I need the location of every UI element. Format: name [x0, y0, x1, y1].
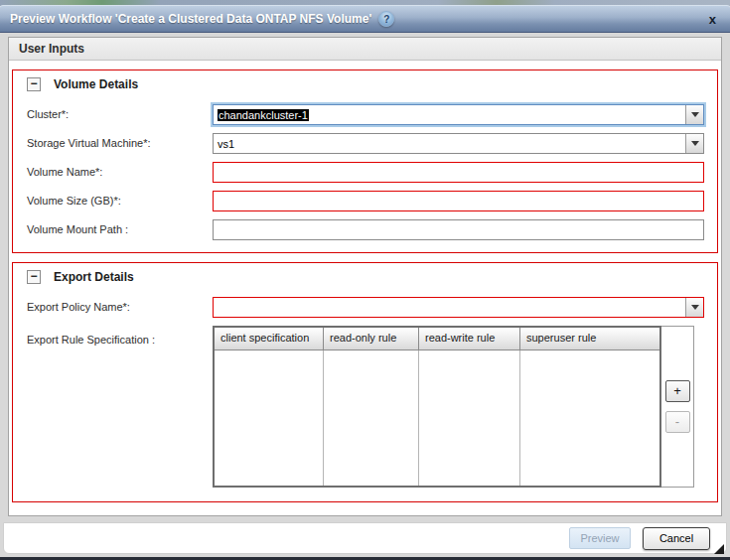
user-inputs-header: User Inputs — [9, 38, 721, 61]
user-inputs-panel: User Inputs − Volume Details Cluster*: c… — [8, 37, 722, 516]
volume-mount-path-control — [213, 219, 704, 240]
export-details-title: Export Details — [54, 270, 134, 284]
export-rule-specification-control: client specification read-only rule read… — [213, 326, 704, 488]
dialog-title: Preview Workflow 'Create a Clustered Dat… — [10, 12, 371, 26]
svm-value: vs1 — [214, 134, 685, 153]
export-policy-name-control — [213, 297, 704, 318]
field-row-volume-mount-path: Volume Mount Path : — [27, 219, 704, 240]
export-rule-table-header: client specification read-only rule read… — [215, 328, 659, 350]
section-volume-details: − Volume Details Cluster*: chandankclust… — [12, 70, 718, 253]
chevron-down-icon — [691, 112, 699, 117]
dialog-footer: Preview Cancel — [3, 522, 727, 554]
volume-mount-path-label: Volume Mount Path : — [27, 219, 213, 235]
preview-button[interactable]: Preview — [569, 527, 631, 549]
dialog-titlebar: Preview Workflow 'Create a Clustered Dat… — [0, 5, 730, 33]
export-rule-table-body — [215, 350, 659, 486]
field-row-cluster: Cluster*: chandankcluster-1 — [27, 104, 704, 125]
table-column-read-write-rule — [419, 350, 520, 486]
export-rule-table-area: client specification read-only rule read… — [213, 326, 694, 488]
table-column-client-specification — [215, 350, 324, 486]
export-rule-specification-label: Export Rule Specification : — [27, 326, 213, 346]
collapse-minus-icon[interactable]: − — [27, 77, 41, 91]
cluster-selected-text: chandankcluster-1 — [218, 109, 309, 121]
volume-size-control — [213, 191, 704, 211]
svm-label: Storage Virtual Machine*: — [27, 133, 213, 149]
field-row-export-policy-name: Export Policy Name*: — [27, 297, 704, 318]
panel-body: − Volume Details Cluster*: chandankclust… — [9, 61, 721, 502]
cluster-value: chandankcluster-1 — [214, 105, 685, 124]
cluster-label: Cluster*: — [27, 104, 213, 120]
resize-handle[interactable] — [714, 544, 724, 554]
column-header-client-specification[interactable]: client specification — [215, 328, 324, 350]
cluster-dropdown-button[interactable] — [685, 105, 703, 124]
volume-details-title-row: − Volume Details — [27, 77, 704, 91]
section-export-details: − Export Details Export Policy Name*: Ex… — [12, 262, 718, 502]
volume-name-label: Volume Name*: — [27, 162, 213, 178]
collapse-minus-icon[interactable]: − — [27, 270, 41, 284]
svm-combobox[interactable]: vs1 — [213, 133, 704, 154]
table-column-read-only-rule — [324, 350, 419, 486]
chevron-down-icon — [691, 305, 699, 310]
volume-name-input[interactable] — [213, 162, 704, 183]
preview-workflow-dialog: Preview Workflow 'Create a Clustered Dat… — [0, 0, 730, 560]
column-header-read-only-rule[interactable]: read-only rule — [324, 328, 419, 350]
volume-size-label: Volume Size (GB)*: — [27, 191, 213, 207]
remove-rule-button[interactable]: - — [665, 411, 690, 433]
add-rule-button[interactable]: + — [665, 380, 690, 402]
close-icon[interactable]: x — [705, 11, 720, 28]
field-row-svm: Storage Virtual Machine*: vs1 — [27, 133, 704, 154]
column-header-superuser-rule[interactable]: superuser rule — [520, 328, 659, 350]
export-policy-name-value — [214, 298, 685, 317]
cluster-combobox[interactable]: chandankcluster-1 — [213, 104, 704, 125]
volume-mount-path-input[interactable] — [213, 219, 704, 240]
cancel-button[interactable]: Cancel — [643, 527, 710, 550]
volume-details-title: Volume Details — [54, 77, 138, 91]
table-column-superuser-rule — [520, 350, 659, 486]
chevron-down-icon — [691, 141, 699, 146]
export-details-title-row: − Export Details — [27, 270, 704, 284]
field-row-volume-size: Volume Size (GB)*: — [27, 191, 704, 211]
field-row-volume-name: Volume Name*: — [27, 162, 704, 183]
column-header-read-write-rule[interactable]: read-write rule — [419, 328, 520, 350]
help-icon[interactable]: ? — [378, 11, 394, 27]
field-row-export-rule-specification: Export Rule Specification : client speci… — [27, 326, 704, 488]
svm-dropdown-button[interactable] — [685, 134, 703, 153]
cluster-control: chandankcluster-1 — [213, 104, 704, 125]
volume-name-control — [213, 162, 704, 183]
export-rule-table-button-panel: + - — [661, 326, 694, 488]
export-policy-name-combobox[interactable] — [213, 297, 704, 318]
user-inputs-title: User Inputs — [19, 42, 84, 56]
volume-size-input[interactable] — [213, 191, 704, 211]
export-policy-name-label: Export Policy Name*: — [27, 297, 213, 313]
export-rule-table: client specification read-only rule read… — [213, 326, 661, 488]
export-policy-dropdown-button[interactable] — [685, 298, 703, 317]
svm-control: vs1 — [213, 133, 704, 154]
